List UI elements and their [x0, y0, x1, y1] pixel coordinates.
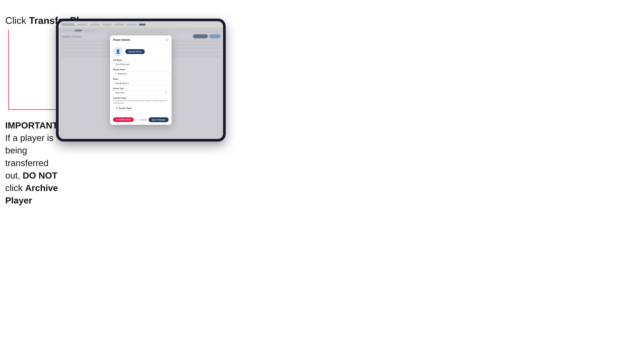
modal-overlay: Player Details × 👤 Upload Photo Full Nam	[58, 21, 223, 139]
display-name-input[interactable]	[113, 71, 168, 76]
modal-title: Player Details	[113, 38, 130, 41]
school-year-group: School Year First Year Second Year Third…	[113, 88, 168, 95]
archive-btn-label: Archive Player	[118, 119, 131, 121]
avatar-section: 👤 Upload Photo	[113, 47, 168, 56]
school-year-label: School Year	[113, 88, 168, 90]
footer-right-actions: Cancel Save Changes	[140, 117, 168, 122]
avatar-circle: 👤	[113, 47, 123, 56]
player-details-modal: Player Details × 👤 Upload Photo Full Nam	[110, 35, 172, 125]
transfer-icon: ⟳	[116, 107, 118, 110]
transfer-player-section: Transfer Player If this player has moved…	[113, 97, 168, 111]
display-name-label: Display Name	[113, 69, 168, 71]
tablet-device: Update Roster Player Details	[56, 19, 226, 142]
arrow-vertical-line	[8, 30, 9, 110]
full-name-input[interactable]	[113, 62, 168, 67]
school-year-select[interactable]: First Year Second Year Third Year Fourth…	[113, 90, 168, 95]
cancel-button[interactable]: Cancel	[140, 119, 147, 121]
transfer-btn-label: Transfer Player	[118, 107, 132, 109]
annotation-do-not: DO NOT	[22, 171, 58, 180]
tablet-screen: Update Roster Player Details	[58, 21, 223, 139]
annotation-bottom: IMPORTANT: If a player is being transfer…	[5, 119, 59, 207]
email-input[interactable]	[113, 81, 168, 86]
upload-photo-button[interactable]: Upload Photo	[125, 49, 145, 54]
annotation-important: IMPORTANT	[5, 121, 58, 130]
email-group: Email	[113, 78, 168, 86]
archive-icon: ⬇	[116, 119, 117, 121]
email-label: Email	[113, 78, 168, 80]
transfer-player-label: Transfer Player	[113, 97, 168, 99]
save-changes-button[interactable]: Save Changes	[149, 117, 168, 122]
annotation-bottom-text2: click	[5, 183, 25, 193]
modal-close-button[interactable]: ×	[165, 38, 168, 42]
archive-player-button[interactable]: ⬇ Archive Player	[113, 117, 134, 122]
full-name-label: Full Name	[113, 59, 168, 61]
full-name-group: Full Name	[113, 59, 168, 67]
person-icon: 👤	[116, 49, 120, 54]
modal-footer: ⬇ Archive Player Cancel Save Changes	[110, 115, 172, 125]
transfer-player-button[interactable]: ⟳ Transfer Player	[113, 106, 135, 111]
transfer-player-description: If this player has moved to another scho…	[113, 100, 168, 104]
modal-header: Player Details ×	[110, 35, 172, 44]
display-name-group: Display Name	[113, 69, 168, 76]
modal-body: 👤 Upload Photo Full Name Display Name	[110, 44, 172, 115]
annotation-prefix: Click	[5, 15, 29, 26]
